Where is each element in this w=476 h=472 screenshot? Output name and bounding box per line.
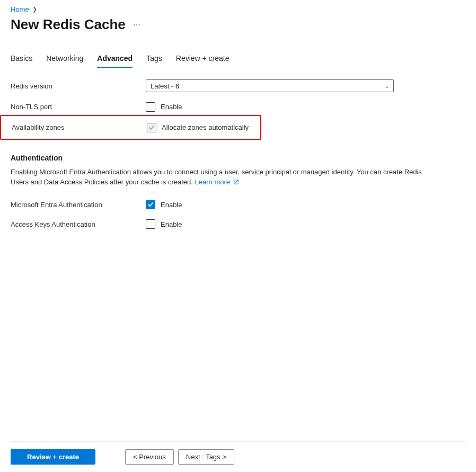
tab-networking[interactable]: Networking [46, 54, 83, 68]
learn-more-text: Learn more [195, 178, 230, 186]
row-redis-version: Redis version Latest - 6 ⌄ [11, 79, 465, 92]
redis-version-select[interactable]: Latest - 6 ⌄ [146, 79, 394, 92]
redis-version-value: Latest - 6 [151, 82, 179, 90]
availability-zones-checkbox-label: Allocate zones automatically [162, 123, 249, 131]
row-non-tls: Non-TLS port Enable [11, 102, 465, 112]
tabs: Basics Networking Advanced Tags Review +… [11, 54, 465, 68]
label-non-tls: Non-TLS port [11, 102, 146, 112]
authentication-heading: Authentication [11, 154, 465, 162]
more-actions-icon[interactable]: ⋯ [133, 21, 141, 29]
tab-basics[interactable]: Basics [11, 54, 32, 68]
access-keys-checkbox[interactable] [146, 219, 155, 229]
entra-auth-checkbox[interactable] [146, 200, 155, 209]
label-entra-auth: Microsoft Entra Authentication [11, 200, 146, 210]
check-icon [148, 124, 155, 131]
chevron-right-icon: ❯ [32, 6, 37, 13]
chevron-down-icon: ⌄ [385, 83, 389, 89]
wizard-footer: Review + create < Previous Next : Tags > [11, 441, 465, 472]
page-title: New Redis Cache [11, 16, 126, 33]
non-tls-checkbox-label: Enable [161, 103, 182, 111]
authentication-description: Enabling Microsoft Entra Authentication … [11, 167, 424, 188]
access-keys-checkbox-label: Enable [161, 220, 182, 228]
breadcrumb-home[interactable]: Home [11, 5, 29, 13]
next-button[interactable]: Next : Tags > [178, 449, 234, 465]
tab-review-create[interactable]: Review + create [176, 54, 230, 68]
page-title-row: New Redis Cache ⋯ [11, 16, 465, 33]
availability-zones-checkbox [147, 123, 156, 132]
learn-more-link[interactable]: Learn more [195, 178, 239, 186]
tab-tags[interactable]: Tags [146, 54, 162, 68]
row-availability-zones: Availability zones Allocate zones automa… [12, 122, 260, 132]
non-tls-checkbox[interactable] [146, 102, 155, 112]
previous-button[interactable]: < Previous [125, 449, 174, 465]
label-access-keys: Access Keys Authentication [11, 219, 146, 229]
label-redis-version: Redis version [11, 81, 146, 91]
row-entra-auth: Microsoft Entra Authentication Enable [11, 200, 465, 210]
row-access-keys: Access Keys Authentication Enable [11, 219, 465, 229]
entra-auth-checkbox-label: Enable [161, 201, 182, 209]
tab-advanced[interactable]: Advanced [97, 54, 133, 68]
label-availability-zones: Availability zones [12, 122, 147, 132]
breadcrumb: Home ❯ [11, 5, 465, 13]
highlighted-availability-zones: Availability zones Allocate zones automa… [0, 115, 261, 140]
external-link-icon [233, 178, 239, 188]
review-create-button[interactable]: Review + create [11, 449, 95, 465]
check-icon [147, 201, 154, 208]
